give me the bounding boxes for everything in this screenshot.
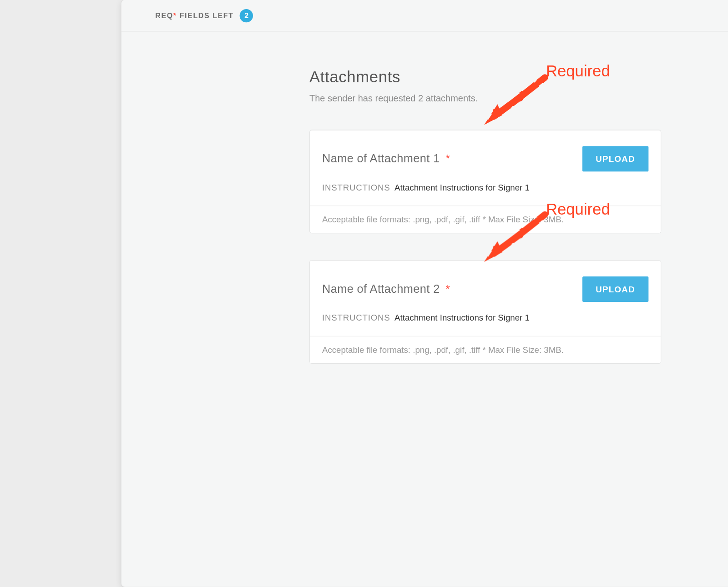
attachment-title: Name of Attachment 2 * [322,282,450,296]
attachment-title-text: Name of Attachment 2 [322,282,440,295]
required-asterisk-icon: * [445,283,450,296]
attachment-footer: Acceptable file formats: .png, .pdf, .gi… [310,336,661,363]
upload-button[interactable]: UPLOAD [582,276,649,302]
page-subtitle: The sender has requested 2 attachments. [309,93,661,103]
window: REQ* FIELDS LEFT 2 Attachments The sende… [121,0,728,587]
req-suffix: FIELDS LEFT [177,11,234,20]
page-title: Attachments [309,68,661,86]
content: Attachments The sender has requested 2 a… [121,31,728,587]
attachment-title-text: Name of Attachment 1 [322,152,440,165]
req-prefix: REQ [155,11,173,20]
attachments-section: Attachments The sender has requested 2 a… [309,68,661,364]
required-asterisk-icon: * [445,153,450,165]
instructions-text: Attachment Instructions for Signer 1 [394,182,530,192]
attachment-card-header: Name of Attachment 2 * UPLOAD [310,261,661,308]
topbar: REQ* FIELDS LEFT 2 [121,0,728,31]
instructions-label: INSTRUCTIONS [322,313,390,322]
required-count-badge: 2 [240,9,253,22]
attachment-card-header: Name of Attachment 1 * UPLOAD [310,130,661,178]
required-fields-label: REQ* FIELDS LEFT [155,11,233,20]
instructions-text: Attachment Instructions for Signer 1 [394,313,530,322]
attachment-title: Name of Attachment 1 * [322,152,450,166]
attachment-card: Name of Attachment 2 * UPLOAD INSTRUCTIO… [309,260,661,364]
upload-button[interactable]: UPLOAD [582,146,649,171]
attachment-footer: Acceptable file formats: .png, .pdf, .gi… [310,206,661,233]
attachment-card: Name of Attachment 1 * UPLOAD INSTRUCTIO… [309,130,661,233]
instructions-label: INSTRUCTIONS [322,182,390,192]
attachment-instructions: INSTRUCTIONS Attachment Instructions for… [310,308,661,336]
attachment-instructions: INSTRUCTIONS Attachment Instructions for… [310,178,661,206]
